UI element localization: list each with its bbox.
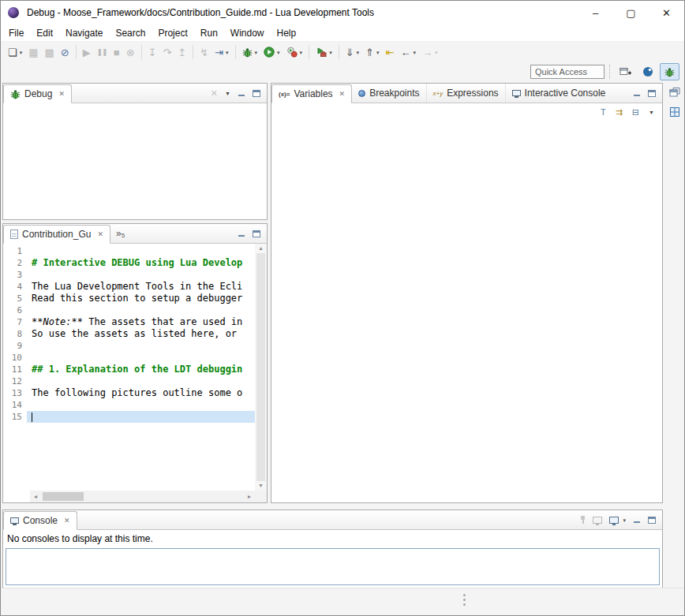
last-edit-location-button[interactable]: ⇤	[383, 43, 396, 61]
close-tab-icon[interactable]: ✕	[97, 230, 103, 238]
editor-line-text[interactable]	[27, 340, 255, 352]
editor-line-text[interactable]: The following pictures outline some o	[27, 387, 255, 399]
dropdown-arrow-icon[interactable]: ▾	[226, 50, 229, 55]
step-over-button[interactable]: ↷	[160, 43, 174, 61]
scroll-up-icon[interactable]: ▴	[256, 245, 267, 252]
dropdown-arrow-icon[interactable]: ▾	[623, 517, 626, 523]
scroll-right-icon[interactable]: ▸	[244, 494, 255, 500]
suspend-button[interactable]: ❚❚	[95, 43, 110, 61]
editor-line-text[interactable]	[27, 399, 255, 411]
editor-line[interactable]: 12	[3, 375, 255, 387]
menu-file[interactable]: File	[2, 25, 30, 41]
editor-line[interactable]: 9	[3, 340, 255, 352]
next-annotation-button[interactable]: ⇓▾	[343, 43, 361, 61]
save-button[interactable]: ▦	[26, 43, 40, 61]
tab-interactive-console[interactable]: Interactive Console	[505, 84, 612, 103]
editor-line-text[interactable]	[27, 304, 255, 316]
tab-contribution-guide[interactable]: Contribution_Gu✕	[3, 225, 110, 244]
quick-access-box[interactable]: Quick Access	[530, 65, 605, 79]
editor-line-text[interactable]	[27, 245, 255, 257]
profile-button[interactable]: ▾	[284, 43, 305, 61]
dropdown-arrow-icon[interactable]: ▾	[277, 50, 280, 55]
menu-help[interactable]: Help	[271, 25, 303, 41]
previous-annotation-button[interactable]: ⇑▾	[363, 43, 381, 61]
remove-all-terminated-button[interactable]: ✕	[211, 89, 218, 98]
dropdown-arrow-icon[interactable]: ▾	[413, 50, 416, 55]
drop-to-frame-button[interactable]: ↯	[197, 43, 211, 61]
editor-line[interactable]: 6	[3, 304, 255, 316]
trim-drag-handle[interactable]	[463, 594, 466, 596]
menu-run[interactable]: Run	[194, 25, 224, 41]
minimize-view-button[interactable]	[238, 90, 245, 97]
editor-line[interactable]: 11## 1. Explanation of the LDT debuggin	[3, 364, 255, 375]
run-button[interactable]: ▾	[261, 43, 283, 61]
dropdown-arrow-icon[interactable]: ▾	[357, 50, 360, 55]
close-tab-icon[interactable]: ✕	[64, 517, 70, 525]
menu-navigate[interactable]: Navigate	[59, 25, 109, 41]
dropdown-arrow-icon[interactable]: ▾	[300, 50, 303, 55]
close-button[interactable]: ✕	[649, 1, 684, 24]
dropdown-arrow-icon[interactable]: ▾	[255, 50, 258, 55]
editor-line-text[interactable]: So use the assets as listed here, or	[27, 328, 255, 340]
editor-line[interactable]: 14	[3, 399, 255, 411]
vertical-scrollbar-thumb[interactable]	[256, 253, 265, 481]
minimize-button[interactable]: –	[578, 1, 613, 24]
maximize-view-button[interactable]	[253, 90, 260, 97]
tab-console[interactable]: Console✕	[3, 511, 77, 530]
horizontal-scrollbar-thumb[interactable]	[43, 492, 84, 501]
editor-vertical-scrollbar[interactable]: ▴ ▾	[255, 244, 267, 491]
debug-perspective-button[interactable]	[660, 63, 679, 80]
editor-line-text[interactable]	[27, 375, 255, 387]
open-perspective-button[interactable]	[615, 63, 636, 80]
step-return-button[interactable]: ↥	[175, 43, 189, 61]
use-step-filters-button[interactable]: ⇥▾	[212, 43, 230, 61]
maximize-button[interactable]: ▢	[613, 1, 649, 24]
restore-minimized-view-button[interactable]	[667, 84, 683, 100]
editor-line-text[interactable]	[27, 411, 255, 423]
menu-window[interactable]: Window	[224, 25, 271, 41]
editor-line[interactable]: 13The following pictures outline some o	[3, 387, 255, 399]
minimize-view-button[interactable]	[633, 517, 641, 524]
maximize-view-button[interactable]	[648, 517, 656, 524]
editor-line-text[interactable]: Read this section to setup a debugger	[27, 293, 255, 304]
minimize-view-button[interactable]	[633, 90, 641, 97]
skip-all-breakpoints-button[interactable]: ⊘	[58, 43, 72, 61]
tab-breakpoints[interactable]: Breakpoints	[352, 84, 425, 103]
minimized-view-button[interactable]	[667, 104, 683, 120]
menu-edit[interactable]: Edit	[30, 25, 59, 41]
editor-line[interactable]: 7**Note:** The assets that are used in	[3, 316, 255, 328]
dropdown-arrow-icon[interactable]: ▾	[20, 50, 23, 55]
editor-line[interactable]: 2# Interactive DEBUG using Lua Develop	[3, 257, 255, 269]
editor-line-text[interactable]: ## 1. Explanation of the LDT debuggin	[27, 364, 255, 375]
show-type-names-button[interactable]: T	[601, 108, 606, 117]
tab-variables[interactable]: (x)=Variables✕	[271, 84, 352, 103]
view-menu-button[interactable]: ▼	[225, 91, 230, 96]
editor-line-text[interactable]: # Interactive DEBUG using Lua Develop	[27, 257, 255, 269]
terminate-button[interactable]: ■	[111, 43, 122, 61]
menu-project[interactable]: Project	[152, 25, 193, 41]
editor-line[interactable]: 3	[3, 269, 255, 281]
editor-line[interactable]: 8So use the assets as listed here, or	[3, 328, 255, 340]
editor-line-text[interactable]	[27, 269, 255, 281]
display-selected-console-button[interactable]	[593, 517, 602, 524]
minimize-view-button[interactable]	[238, 230, 245, 237]
vertical-scrollbar-track[interactable]	[255, 252, 267, 483]
editor-line[interactable]: 10	[3, 352, 255, 364]
editor-line-text[interactable]: **Note:** The assets that are used in	[27, 316, 255, 328]
menu-search[interactable]: Search	[109, 25, 152, 41]
close-tab-icon[interactable]: ✕	[58, 90, 65, 98]
lua-perspective-button[interactable]	[638, 63, 658, 80]
close-tab-icon[interactable]: ✕	[339, 90, 346, 98]
step-into-button[interactable]: ↧	[146, 43, 159, 61]
editor-line[interactable]: 15	[3, 411, 255, 423]
editor-line[interactable]: 1	[3, 245, 255, 257]
editor-horizontal-scrollbar[interactable]: ◂ ▸	[30, 491, 255, 502]
scroll-left-icon[interactable]: ◂	[30, 494, 41, 500]
editor-line[interactable]: 4The Lua Development Tools in the Ecli	[3, 281, 255, 293]
dropdown-arrow-icon[interactable]: ▾	[376, 50, 380, 55]
title-bar[interactable]: Debug - Moose_Framework/docs/Contributio…	[1, 1, 684, 24]
external-tools-button[interactable]: ▾	[313, 43, 335, 61]
maximize-view-button[interactable]	[253, 230, 260, 237]
view-menu-button[interactable]: ▼	[649, 110, 654, 115]
debug-button[interactable]: ▾	[240, 43, 260, 61]
